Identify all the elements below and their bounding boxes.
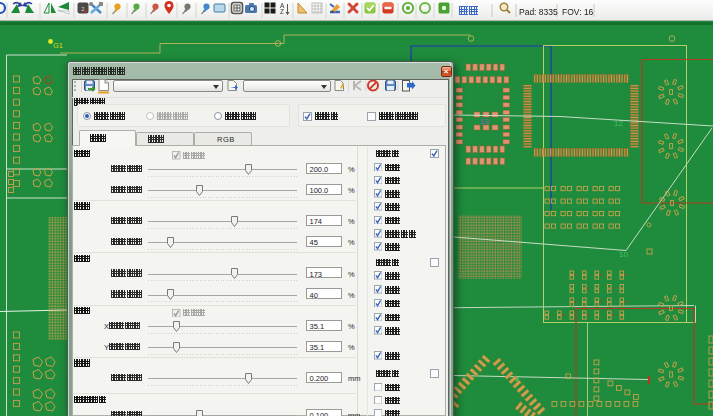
svg-text:10: 10: [619, 250, 628, 259]
svg-text:Z: Z: [280, 8, 284, 15]
svg-text:G1: G1: [53, 41, 63, 50]
svg-text:13: 13: [480, 117, 489, 126]
